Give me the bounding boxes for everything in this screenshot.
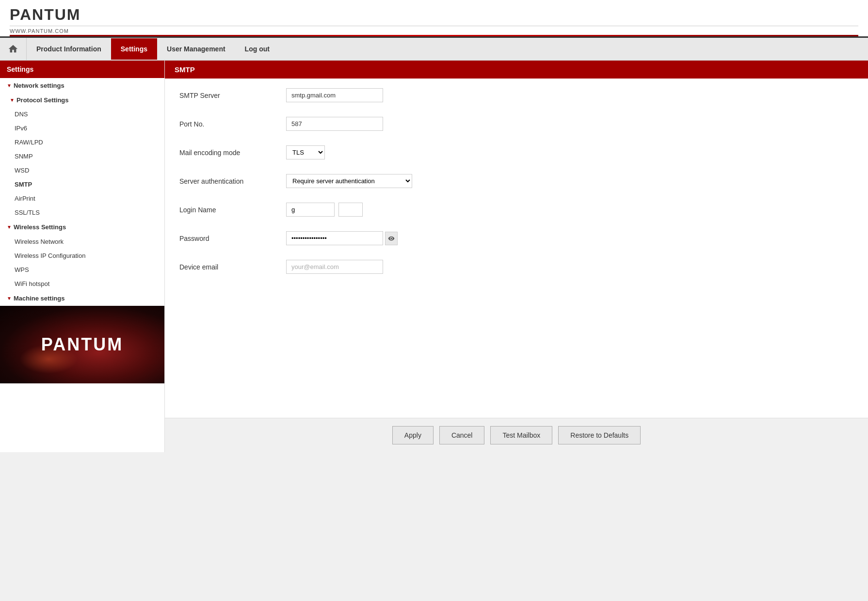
page-header: PANTUM WWW.PANTUM.COM [0, 0, 868, 38]
password-toggle-button[interactable] [385, 232, 398, 245]
nav-settings[interactable]: Settings [111, 38, 157, 60]
encoding-label: Mail encoding mode [179, 149, 286, 157]
smtp-server-row: SMTP Server [179, 88, 853, 102]
auth-select[interactable]: Require server authentication No authent… [286, 174, 412, 188]
encoding-row: Mail encoding mode TLS SSL None [179, 145, 853, 159]
sidebar-title: Settings [0, 61, 164, 78]
port-label: Port No. [179, 120, 286, 128]
sidebar-machine-section: ▼ Machine settings [0, 291, 164, 306]
nav-logout[interactable]: Log out [235, 38, 279, 60]
login-domain-input[interactable] [338, 203, 363, 217]
sidebar-protocol-header[interactable]: ▼ Protocol Settings [0, 93, 164, 107]
content-body: SMTP Server Port No. Mail encoding mode … [165, 79, 868, 418]
password-input[interactable] [286, 231, 383, 245]
login-name-input[interactable] [286, 203, 335, 217]
wireless-arrow-icon: ▼ [7, 224, 12, 230]
protocol-arrow-icon: ▼ [10, 97, 15, 103]
login-inputs [286, 203, 853, 217]
auth-control: Require server authentication No authent… [286, 174, 853, 188]
sidebar-item-wifi-hotspot[interactable]: WiFi hotspot [0, 277, 164, 291]
red-line [10, 35, 858, 36]
sidebar-wireless-section: ▼ Wireless Settings Wireless Network Wir… [0, 220, 164, 291]
cancel-button[interactable]: Cancel [439, 426, 485, 444]
device-email-control [286, 260, 853, 274]
logo: PANTUM [10, 6, 858, 24]
content-area: SMTP SMTP Server Port No. Mail encoding … [165, 61, 868, 452]
login-control [286, 203, 853, 217]
encoding-select[interactable]: TLS SSL None [286, 145, 325, 159]
smtp-server-input[interactable] [286, 88, 383, 102]
navigation: Product Information Settings User Manage… [0, 38, 868, 61]
footer-buttons: Apply Cancel Test Mailbox Restore to Def… [165, 418, 868, 452]
password-input-row [286, 231, 853, 245]
encoding-control: TLS SSL None [286, 145, 853, 159]
smtp-server-label: SMTP Server [179, 92, 286, 99]
home-nav-icon[interactable] [0, 38, 27, 60]
sidebar-item-ipv6[interactable]: IPv6 [0, 121, 164, 135]
sidebar-item-wps[interactable]: WPS [0, 263, 164, 277]
sidebar-item-wireless-ip[interactable]: Wireless IP Configuration [0, 249, 164, 263]
auth-label: Server authentication [179, 177, 286, 185]
apply-button[interactable]: Apply [392, 426, 434, 444]
restore-defaults-button[interactable]: Restore to Defaults [558, 426, 641, 444]
sidebar-item-ssltls[interactable]: SSL/TLS [0, 206, 164, 220]
sidebar-network-section: ▼ Network settings ▼ Protocol Settings D… [0, 78, 164, 220]
sidebar-network-label: Network settings [14, 82, 64, 89]
machine-arrow-icon: ▼ [7, 296, 12, 301]
device-email-row: Device email [179, 260, 853, 274]
smtp-server-control [286, 88, 853, 102]
sidebar-protocol-label: Protocol Settings [16, 96, 69, 104]
login-row: Login Name [179, 203, 853, 217]
tagline: WWW.PANTUM.COM [10, 26, 858, 34]
sidebar-item-wsd[interactable]: WSD [0, 163, 164, 177]
password-control [286, 231, 853, 245]
password-label: Password [179, 235, 286, 242]
sidebar-banner: PANTUM [0, 306, 164, 383]
test-mailbox-button[interactable]: Test Mailbox [490, 426, 552, 444]
port-row: Port No. [179, 117, 853, 131]
network-arrow-icon: ▼ [7, 83, 12, 88]
sidebar: Settings ▼ Network settings ▼ Protocol S… [0, 61, 165, 452]
sidebar-item-airprint[interactable]: AirPrint [0, 191, 164, 206]
device-email-input[interactable] [286, 260, 383, 274]
sidebar-item-snmp[interactable]: SNMP [0, 149, 164, 163]
sidebar-banner-inner: PANTUM [0, 306, 164, 383]
sidebar-wireless-label: Wireless Settings [14, 223, 66, 231]
nav-user-management[interactable]: User Management [157, 38, 235, 60]
device-email-label: Device email [179, 263, 286, 271]
auth-row: Server authentication Require server aut… [179, 174, 853, 188]
sidebar-item-rawlpd[interactable]: RAW/LPD [0, 135, 164, 149]
main-layout: Settings ▼ Network settings ▼ Protocol S… [0, 61, 868, 452]
sidebar-wireless-header[interactable]: ▼ Wireless Settings [0, 220, 164, 235]
sidebar-network-header[interactable]: ▼ Network settings [0, 78, 164, 93]
sidebar-machine-label: Machine settings [14, 295, 64, 302]
sidebar-machine-header[interactable]: ▼ Machine settings [0, 291, 164, 306]
login-label: Login Name [179, 206, 286, 214]
nav-product-information[interactable]: Product Information [27, 38, 111, 60]
sidebar-banner-text: PANTUM [41, 334, 123, 355]
sidebar-item-wireless-network[interactable]: Wireless Network [0, 235, 164, 249]
port-input[interactable] [286, 117, 383, 131]
sidebar-item-dns[interactable]: DNS [0, 107, 164, 121]
port-control [286, 117, 853, 131]
password-row: Password [179, 231, 853, 245]
sidebar-item-smtp[interactable]: SMTP [0, 177, 164, 191]
content-title: SMTP [165, 61, 868, 79]
